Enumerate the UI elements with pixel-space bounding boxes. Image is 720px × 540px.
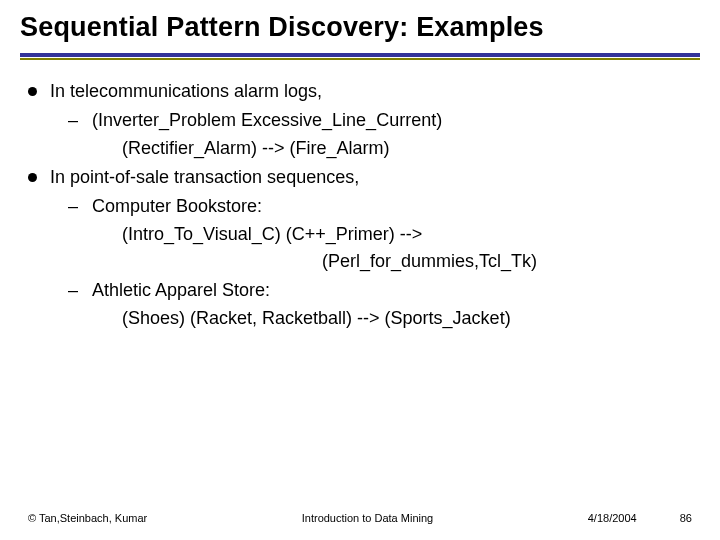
- footer-authors: © Tan,Steinbach, Kumar: [28, 512, 147, 524]
- footer-page-number: 86: [680, 512, 692, 524]
- sub-bullet-item: (Inverter_Problem Excessive_Line_Current…: [68, 107, 700, 162]
- sub-bullet-item: Computer Bookstore: (Intro_To_Visual_C) …: [68, 193, 700, 275]
- sub-bullet-text: (Inverter_Problem Excessive_Line_Current…: [92, 110, 442, 130]
- bullet-item: In point-of-sale transaction sequences, …: [28, 164, 700, 332]
- detail-line: (Intro_To_Visual_C) (C++_Primer) -->: [92, 221, 700, 248]
- detail-line: (Perl_for_dummies,Tcl_Tk): [92, 248, 700, 275]
- title-rule-secondary: [20, 58, 700, 60]
- footer-right: 4/18/2004 86: [588, 512, 692, 524]
- bullet-item: In telecommunications alarm logs, (Inver…: [28, 78, 700, 162]
- title-rule-primary: [20, 53, 700, 57]
- footer-date: 4/18/2004: [588, 512, 637, 524]
- footer-title: Introduction to Data Mining: [147, 512, 588, 524]
- slide-title: Sequential Pattern Discovery: Examples: [20, 12, 700, 43]
- detail-line: (Rectifier_Alarm) --> (Fire_Alarm): [92, 135, 700, 162]
- bullet-text: In point-of-sale transaction sequences,: [50, 167, 359, 187]
- sub-bullet-text: Athletic Apparel Store:: [92, 280, 270, 300]
- bullet-text: In telecommunications alarm logs,: [50, 81, 322, 101]
- sub-bullet-item: Athletic Apparel Store: (Shoes) (Racket,…: [68, 277, 700, 332]
- detail-line: (Shoes) (Racket, Racketball) --> (Sports…: [92, 305, 700, 332]
- slide-body: In telecommunications alarm logs, (Inver…: [20, 78, 700, 332]
- sub-bullet-text: Computer Bookstore:: [92, 196, 262, 216]
- slide-footer: © Tan,Steinbach, Kumar Introduction to D…: [28, 512, 692, 524]
- slide: Sequential Pattern Discovery: Examples I…: [0, 0, 720, 540]
